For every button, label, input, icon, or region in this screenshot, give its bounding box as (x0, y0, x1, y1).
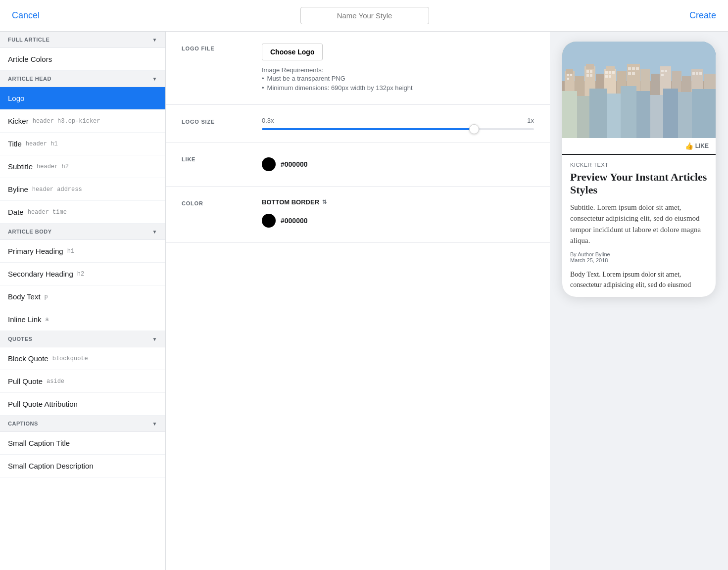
sidebar-item-date[interactable]: Date header time (0, 201, 165, 224)
header: Cancel Create (0, 0, 728, 32)
border-color-circle[interactable] (262, 214, 276, 228)
svg-rect-44 (589, 89, 607, 138)
sidebar-item-primary-heading[interactable]: Primary Heading h1 (0, 240, 165, 263)
like-value: #000000 (262, 154, 534, 174)
svg-rect-26 (605, 71, 608, 74)
sort-icon[interactable]: ⇅ (322, 199, 327, 205)
color-label: COLOR (182, 198, 246, 206)
svg-rect-28 (612, 71, 615, 74)
item-label: Body Text (8, 292, 41, 301)
article-byline: By Author Byline March 25, 2018 (570, 251, 708, 263)
choose-logo-button[interactable]: Choose Logo (262, 44, 323, 60)
svg-rect-51 (692, 89, 716, 138)
border-label-text: BOTTOM BORDER (262, 198, 319, 206)
item-label: Small Caption Title (8, 439, 70, 447)
color-value: BOTTOM BORDER ⇅ #000000 (262, 198, 534, 231)
svg-rect-38 (661, 74, 664, 76)
article-subtitle: Subtitle. Lorem ipsum dolor sit amet, co… (570, 202, 708, 246)
chevron-icon: ▼ (152, 229, 157, 235)
section-label: ARTICLE HEAD (8, 76, 51, 82)
item-tag: a (46, 316, 49, 323)
item-label: Block Quote (8, 354, 49, 363)
section-header-quotes[interactable]: QUOTES▼ (0, 331, 165, 347)
svg-rect-31 (628, 67, 631, 70)
section-header-full-article[interactable]: FULL ARTICLE▼ (0, 32, 165, 48)
sidebar-item-byline[interactable]: Byline header address (0, 178, 165, 201)
article-body-text: Body Text. Lorem ipsum dolor sit amet, c… (570, 269, 708, 290)
slider-thumb[interactable] (469, 124, 479, 134)
slider-max-label: 1x (527, 117, 534, 124)
sidebar-item-body-text[interactable]: Body Text p (0, 285, 165, 308)
sidebar-item-article-colors[interactable]: Article Colors (0, 48, 165, 71)
sidebar-item-small-caption-description[interactable]: Small Caption Description (0, 455, 165, 477)
svg-rect-34 (628, 72, 631, 75)
chevron-icon: ▼ (152, 37, 157, 43)
sidebar-item-logo[interactable]: Logo (0, 87, 165, 110)
sidebar: FULL ARTICLE▼Article ColorsARTICLE HEAD▼… (0, 32, 166, 570)
item-label: Inline Link (8, 315, 42, 324)
sidebar-item-inline-link[interactable]: Inline Link a (0, 308, 165, 331)
cancel-button[interactable]: Cancel (12, 10, 40, 21)
logo-file-label: LOGO FILE (182, 44, 246, 51)
kicker-text: Kicker Text (570, 162, 708, 168)
item-label: Pull Quote Attribution (8, 400, 78, 408)
svg-rect-48 (650, 95, 663, 138)
item-label: Primary Heading (8, 247, 63, 255)
item-label: Secondary Heading (8, 270, 73, 278)
chevron-icon: ▼ (152, 421, 157, 427)
item-tag: p (45, 293, 48, 300)
sidebar-item-pull-quote-attribution[interactable]: Pull Quote Attribution (0, 393, 165, 416)
svg-rect-35 (632, 72, 635, 75)
section-header-captions[interactable]: CAPTIONS▼ (0, 416, 165, 432)
item-label: Logo (8, 94, 24, 102)
logo-size-value: 0.3x 1x (262, 117, 534, 130)
sidebar-item-pull-quote[interactable]: Pull Quote aside (0, 370, 165, 393)
svg-rect-40 (696, 72, 698, 75)
border-label: BOTTOM BORDER ⇅ (262, 198, 534, 206)
article-actions: 👍 LIKE (562, 138, 716, 155)
chevron-icon: ▼ (152, 76, 157, 82)
image-requirements: Image Requirements: Must be a transparen… (262, 66, 534, 93)
requirement-2: Minimum dimensions: 690px width by 132px… (262, 83, 534, 93)
slider-labels: 0.3x 1x (262, 117, 534, 124)
item-label: Small Caption Description (8, 462, 94, 470)
sidebar-item-title[interactable]: Title header h1 (0, 133, 165, 155)
border-color-value: #000000 (281, 217, 308, 225)
sidebar-item-block-quote[interactable]: Block Quote blockquote (0, 347, 165, 370)
date-text: March 25, 2018 (570, 257, 608, 263)
section-header-article-body[interactable]: ARTICLE BODY▼ (0, 224, 165, 240)
item-label: Date (8, 208, 24, 216)
svg-rect-29 (605, 75, 608, 78)
svg-rect-47 (636, 91, 650, 138)
sidebar-item-secondary-heading[interactable]: Secondary Heading h2 (0, 263, 165, 285)
section-header-article-head[interactable]: ARTICLE HEAD▼ (0, 71, 165, 87)
svg-rect-39 (692, 72, 695, 75)
logo-size-row: LOGO SIZE 0.3x 1x (166, 105, 550, 142)
item-label: Byline (8, 185, 28, 193)
logo-size-label: LOGO SIZE (182, 117, 246, 125)
like-action: 👍 LIKE (685, 142, 709, 150)
create-button[interactable]: Create (689, 10, 716, 21)
svg-rect-49 (663, 89, 678, 138)
requirements-title: Image Requirements: (262, 66, 323, 74)
sidebar-item-small-caption-title[interactable]: Small Caption Title (0, 432, 165, 455)
sidebar-item-subtitle[interactable]: Subtitle header h2 (0, 155, 165, 178)
article-title: Preview Your Instant Articles Styles (570, 171, 708, 197)
svg-rect-41 (699, 72, 702, 75)
item-tag: header time (28, 209, 67, 216)
style-name-input[interactable] (300, 7, 429, 24)
slider-min-label: 0.3x (262, 117, 274, 124)
svg-rect-22 (586, 70, 589, 73)
item-label: Pull Quote (8, 377, 43, 385)
section-label: CAPTIONS (8, 421, 38, 427)
item-label: Subtitle (8, 162, 33, 171)
phone-frame: 👍 LIKE Kicker Text Preview Your Instant … (562, 42, 716, 297)
byline-text: By Author Byline (570, 251, 610, 257)
item-label: Title (8, 140, 22, 148)
item-tag: h1 (67, 248, 74, 255)
preview-panel: 👍 LIKE Kicker Text Preview Your Instant … (550, 32, 728, 570)
svg-rect-6 (586, 64, 594, 69)
like-color-circle[interactable] (262, 157, 276, 171)
article-content: Kicker Text Preview Your Instant Article… (562, 155, 716, 297)
sidebar-item-kicker[interactable]: Kicker header h3.op-kicker (0, 110, 165, 133)
